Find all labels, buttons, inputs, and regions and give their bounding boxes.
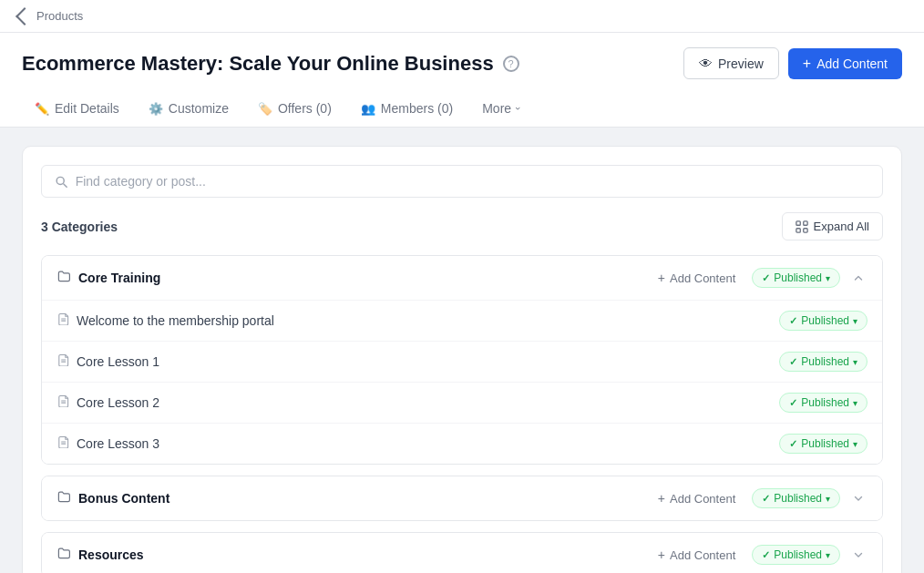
categories-count-text: Categories	[52, 220, 118, 234]
published-label-lesson1: Published	[801, 355, 849, 368]
preview-label: Preview	[718, 56, 764, 71]
post-right-l3: ✓ Published ▾	[779, 434, 868, 454]
post-left-l1: Core Lesson 1	[56, 353, 159, 370]
post-right-l2: ✓ Published ▾	[779, 393, 868, 413]
chevron-down-icon: ›	[513, 107, 524, 110]
expand-all-button[interactable]: Expand All	[782, 212, 883, 240]
check-icon-core-training: ✓	[762, 272, 770, 284]
eye-icon: 👁	[699, 56, 713, 71]
published-badge-welcome[interactable]: ✓ Published ▾	[779, 311, 868, 331]
post-row-welcome[interactable]: Welcome to the membership portal ✓ Publi…	[42, 300, 882, 341]
published-label-core-training: Published	[774, 271, 822, 284]
header-actions: 👁 Preview + Add Content	[683, 47, 902, 79]
check-icon-l2: ✓	[789, 397, 797, 409]
svg-rect-1	[796, 220, 799, 224]
post-row-lesson2[interactable]: Core Lesson 2 ✓ Published ▾	[42, 382, 882, 423]
categories-header: 3 Categories Expand All	[41, 212, 883, 240]
folder-icon-resources	[56, 546, 71, 564]
chevron-left-icon	[15, 7, 34, 26]
chevron-down-l2-icon: ▾	[853, 398, 857, 408]
check-icon-welcome: ✓	[789, 315, 797, 327]
add-content-resources-label: Add Content	[670, 548, 735, 562]
search-input[interactable]	[76, 174, 869, 189]
add-content-resources-button[interactable]: + Add Content	[651, 544, 743, 566]
document-icon-l1	[56, 353, 69, 370]
published-label-bonus: Published	[774, 492, 822, 505]
page-header-top: Ecommerce Mastery: Scale Your Online Bus…	[22, 47, 902, 79]
category-section-bonus: Bonus Content + Add Content ✓ Published …	[41, 476, 883, 521]
chevron-up-icon-core-training[interactable]	[849, 269, 868, 287]
plus-icon-small: +	[658, 271, 665, 285]
post-left-l2: Core Lesson 2	[56, 394, 159, 411]
plus-icon-bonus: +	[658, 491, 665, 506]
post-name-lesson1: Core Lesson 1	[77, 354, 159, 369]
tab-customize[interactable]: ⚙️ Customize	[136, 92, 241, 127]
add-content-bonus-button[interactable]: + Add Content	[651, 487, 743, 509]
published-label-lesson2: Published	[801, 396, 849, 409]
published-badge-lesson3[interactable]: ✓ Published ▾	[779, 434, 868, 454]
tab-edit-details[interactable]: ✏️ Edit Details	[22, 92, 132, 127]
chevron-down-bonus-badge-icon: ▾	[826, 494, 830, 504]
chevron-down-icon-bonus[interactable]	[849, 489, 868, 507]
tab-customize-label: Customize	[169, 101, 229, 116]
add-content-core-training-button[interactable]: + Add Content	[651, 267, 743, 289]
published-label-resources: Published	[774, 548, 822, 561]
chevron-down-icon-resources[interactable]	[849, 546, 868, 564]
category-left-bonus: Bonus Content	[56, 489, 169, 507]
tab-offers[interactable]: 🏷️ Offers (0)	[245, 92, 344, 127]
category-section-resources: Resources + Add Content ✓ Published ▾	[41, 532, 883, 573]
search-icon	[55, 175, 68, 189]
users-icon: 👥	[361, 102, 375, 116]
post-right-welcome: ✓ Published ▾	[779, 311, 868, 331]
post-right-l1: ✓ Published ▾	[779, 352, 868, 372]
tab-edit-details-label: Edit Details	[55, 101, 119, 116]
post-left-l3: Core Lesson 3	[56, 435, 159, 452]
tag-icon: 🏷️	[258, 102, 272, 116]
category-name-core-training: Core Training	[78, 271, 160, 285]
breadcrumb-link[interactable]: Products	[18, 9, 83, 23]
page-wrapper: Products Ecommerce Mastery: Scale Your O…	[0, 0, 924, 573]
folder-icon	[56, 269, 71, 287]
chevron-down-resources-badge-icon: ▾	[826, 550, 830, 560]
tab-members-label: Members (0)	[381, 101, 453, 116]
svg-rect-3	[796, 228, 799, 231]
tab-members[interactable]: 👥 Members (0)	[348, 92, 466, 127]
help-icon[interactable]: ?	[503, 56, 519, 72]
post-row-lesson3[interactable]: Core Lesson 3 ✓ Published ▾	[42, 423, 882, 464]
category-right-resources: + Add Content ✓ Published ▾	[651, 544, 868, 566]
post-row-lesson1[interactable]: Core Lesson 1 ✓ Published ▾	[42, 341, 882, 382]
category-name-resources: Resources	[78, 547, 144, 562]
category-name-bonus: Bonus Content	[78, 491, 169, 506]
pencil-icon: ✏️	[35, 102, 49, 116]
published-badge-lesson1[interactable]: ✓ Published ▾	[779, 352, 868, 372]
published-badge-lesson2[interactable]: ✓ Published ▾	[779, 393, 868, 413]
page-title: Ecommerce Mastery: Scale Your Online Bus…	[22, 52, 494, 76]
categories-count: 3 Categories	[41, 220, 118, 234]
published-badge-resources[interactable]: ✓ Published ▾	[752, 545, 840, 565]
published-badge-core-training[interactable]: ✓ Published ▾	[752, 268, 840, 288]
chevron-down-badge-icon: ▾	[826, 273, 830, 283]
top-nav: Products	[0, 0, 924, 33]
category-left: Core Training	[56, 269, 160, 287]
add-content-button[interactable]: + Add Content	[788, 48, 902, 79]
document-icon-l3	[56, 435, 69, 452]
category-header-bonus[interactable]: Bonus Content + Add Content ✓ Published …	[42, 476, 882, 520]
page-header: Ecommerce Mastery: Scale Your Online Bus…	[0, 33, 924, 128]
post-left: Welcome to the membership portal	[56, 312, 274, 329]
document-icon-l2	[56, 394, 69, 411]
tab-more[interactable]: More ›	[469, 92, 533, 127]
category-left-resources: Resources	[56, 546, 144, 564]
svg-point-0	[56, 177, 64, 184]
preview-button[interactable]: 👁 Preview	[683, 47, 779, 79]
tab-offers-label: Offers (0)	[278, 101, 332, 116]
expand-grid-icon	[796, 220, 808, 233]
category-header-core-training[interactable]: Core Training + Add Content ✓ Published …	[42, 256, 882, 300]
published-badge-bonus[interactable]: ✓ Published ▾	[752, 488, 840, 508]
main-content: 3 Categories Expand All	[0, 128, 924, 573]
expand-all-label: Expand All	[814, 220, 869, 233]
category-right-bonus: + Add Content ✓ Published ▾	[651, 487, 868, 509]
category-header-resources[interactable]: Resources + Add Content ✓ Published ▾	[42, 533, 882, 573]
post-name-lesson2: Core Lesson 2	[77, 395, 159, 410]
svg-rect-2	[803, 220, 806, 224]
document-icon	[56, 312, 69, 329]
